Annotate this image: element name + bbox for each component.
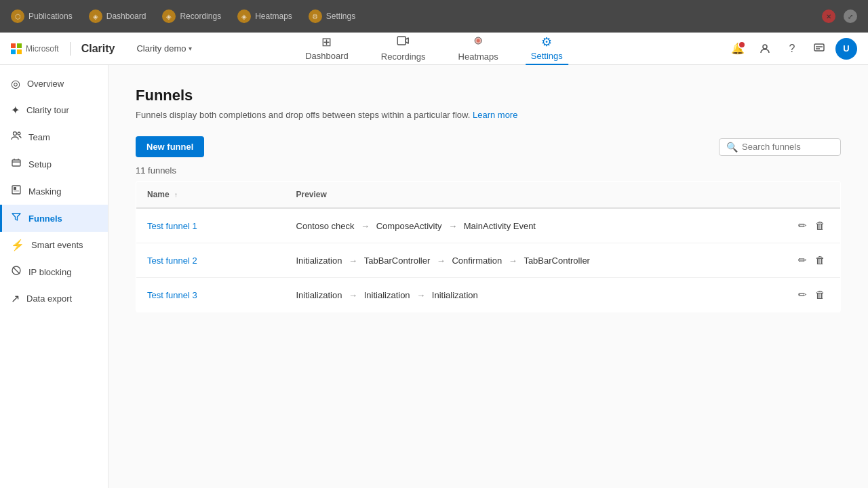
- funnel-name-link[interactable]: Test funnel 1: [147, 221, 197, 231]
- dashboard-icon: ⊞: [321, 35, 332, 49]
- topbar-nav: ⊞ Dashboard Recordings: [300, 32, 568, 66]
- user-avatar[interactable]: U: [835, 38, 857, 60]
- topbar-right: 🔔 ? U: [727, 38, 857, 60]
- nav-label-heatmaps: Heatmaps: [458, 52, 498, 62]
- smart-events-icon: ⚡: [11, 239, 24, 251]
- learn-more-link[interactable]: Learn more: [473, 110, 517, 120]
- nav-item-recordings[interactable]: Recordings: [376, 32, 431, 66]
- page-title: Funnels: [136, 87, 841, 104]
- funnel-actions-cell: ✏🗑: [783, 208, 841, 243]
- table-row: Test funnel 1Contoso check → ComposeActi…: [136, 208, 841, 243]
- sidebar-item-funnels[interactable]: Funnels: [0, 205, 108, 232]
- table-body: Test funnel 1Contoso check → ComposeActi…: [136, 208, 841, 312]
- table-row: Test funnel 3Initialization → Initializa…: [136, 278, 841, 312]
- feedback-button[interactable]: [808, 38, 830, 60]
- table-row: Test funnel 2Initialization → TabBarCont…: [136, 243, 841, 278]
- new-funnel-button[interactable]: New funnel: [136, 136, 204, 157]
- help-button[interactable]: ?: [781, 38, 803, 60]
- funnels-table: Name ↑ Preview Test funnel 1Contoso chec…: [136, 181, 841, 312]
- step-label: TabBarController: [364, 256, 431, 266]
- nav-item-settings[interactable]: ⚙ Settings: [526, 32, 568, 65]
- sidebar-item-setup[interactable]: Setup: [0, 150, 108, 178]
- data-export-icon: ↗: [11, 292, 20, 305]
- count-row: 11 funnels: [136, 165, 841, 176]
- overlay-item-3: ◈ Recordings: [162, 9, 221, 23]
- funnel-preview-cell: Contoso check → ComposeActivity → MainAc…: [285, 208, 784, 243]
- col-header-name[interactable]: Name ↑: [136, 182, 285, 209]
- overlay-icon-1: ⬡: [11, 9, 24, 23]
- overview-icon: ◎: [11, 77, 20, 90]
- settings-icon: ⚙: [541, 35, 552, 49]
- overlay-item-5: ⚙ Settings: [309, 9, 355, 23]
- search-icon: 🔍: [726, 142, 738, 152]
- funnel-name-cell: Test funnel 3: [136, 278, 285, 312]
- overlay-icon-3: ◈: [162, 9, 176, 23]
- sidebar-item-team[interactable]: Team: [0, 123, 108, 150]
- ip-blocking-icon: [11, 265, 22, 279]
- heatmaps-icon: [472, 35, 484, 50]
- overlay-icon-4: ◈: [237, 9, 251, 23]
- svg-rect-8: [12, 186, 20, 194]
- arrow-icon: →: [506, 256, 519, 266]
- step-label: ComposeActivity: [376, 221, 442, 231]
- sidebar-label-smart-events: Smart events: [31, 240, 83, 250]
- edit-funnel-button[interactable]: ✏: [794, 217, 811, 235]
- delete-funnel-button[interactable]: 🗑: [811, 217, 829, 234]
- content-layout: ◎ Overview ✦ Clarity tour Team: [0, 65, 868, 488]
- overlay-text-5: Settings: [326, 12, 355, 21]
- overlay-text-1: Publications: [28, 12, 73, 21]
- search-input[interactable]: [742, 142, 837, 152]
- sidebar-label-funnels: Funnels: [28, 214, 62, 224]
- topbar-divider: [70, 42, 71, 56]
- overlay-icon-5: ⚙: [309, 9, 322, 23]
- page-desc-text: Funnels display both completions and dro…: [136, 110, 470, 120]
- topbar: Microsoft Clarity Clarity demo ▾ ⊞ Dashb…: [0, 33, 868, 65]
- sidebar-item-overview[interactable]: ◎ Overview: [0, 70, 108, 97]
- nav-item-dashboard[interactable]: ⊞ Dashboard: [300, 32, 354, 65]
- overlay-item-2: ◈ Dashboard: [89, 9, 146, 23]
- overlay-text-2: Dashboard: [106, 12, 146, 21]
- ms-grid-icon: [11, 43, 22, 54]
- chevron-down-icon: ▾: [189, 45, 192, 52]
- step-label: Initialization: [296, 256, 342, 266]
- funnel-preview-cell: Initialization → Initialization → Initia…: [285, 278, 784, 312]
- sidebar-item-ip-blocking[interactable]: IP blocking: [0, 258, 108, 285]
- svg-rect-4: [814, 44, 824, 51]
- setup-icon: [11, 157, 22, 171]
- project-selector[interactable]: Clarity demo ▾: [131, 41, 197, 56]
- recordings-icon: [397, 35, 410, 50]
- step-label: Initialization: [432, 290, 478, 300]
- notification-button[interactable]: 🔔: [727, 38, 749, 60]
- funnel-actions-cell: ✏🗑: [783, 278, 841, 312]
- edit-funnel-button[interactable]: ✏: [794, 251, 811, 269]
- svg-point-3: [763, 45, 767, 49]
- arrow-icon: →: [434, 256, 448, 266]
- funnel-name-link[interactable]: Test funnel 3: [147, 290, 197, 300]
- sidebar-item-masking[interactable]: Masking: [0, 178, 108, 205]
- edit-funnel-button[interactable]: ✏: [794, 286, 811, 304]
- nav-item-heatmaps[interactable]: Heatmaps: [453, 32, 504, 66]
- topbar-left: Microsoft Clarity Clarity demo ▾: [11, 41, 197, 56]
- nav-label-recordings: Recordings: [381, 52, 426, 62]
- svg-point-6: [18, 132, 20, 135]
- sidebar-item-smart-events[interactable]: ⚡ Smart events: [0, 232, 108, 258]
- microsoft-logo[interactable]: Microsoft: [11, 43, 59, 54]
- overlay-expand-icon: ⤢: [844, 9, 857, 23]
- clarity-tour-icon: ✦: [11, 104, 20, 117]
- delete-funnel-button[interactable]: 🗑: [811, 251, 829, 268]
- arrow-icon: →: [359, 221, 372, 231]
- funnel-actions-cell: ✏🗑: [783, 243, 841, 278]
- sidebar-label-clarity-tour: Clarity tour: [26, 105, 69, 115]
- delete-funnel-button[interactable]: 🗑: [811, 286, 829, 303]
- overlay-close-icon: ✕: [822, 9, 835, 23]
- sidebar-label-team: Team: [28, 132, 50, 142]
- sidebar-label-setup: Setup: [28, 159, 52, 169]
- sidebar-item-clarity-tour[interactable]: ✦ Clarity tour: [0, 97, 108, 123]
- people-button[interactable]: [754, 38, 776, 60]
- svg-line-12: [13, 267, 20, 274]
- nav-label-dashboard: Dashboard: [305, 51, 349, 61]
- funnel-name-link[interactable]: Test funnel 2: [147, 256, 197, 266]
- sidebar-item-data-export[interactable]: ↗ Data export: [0, 285, 108, 312]
- svg-point-5: [14, 132, 17, 136]
- app-name: Clarity: [81, 43, 115, 55]
